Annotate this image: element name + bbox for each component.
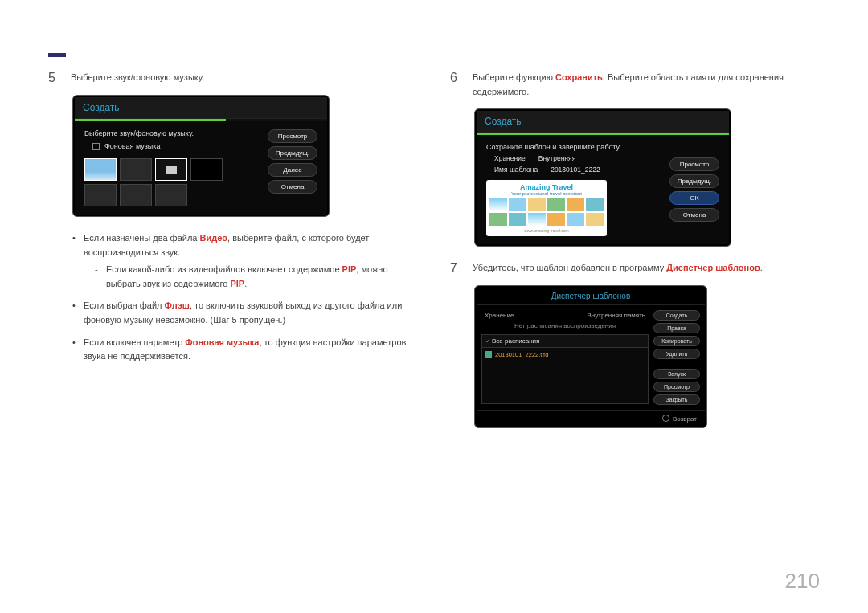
right-column: 6 Выберите функцию Сохранить. Выберите о… xyxy=(450,71,820,443)
close-button[interactable]: Закрыть xyxy=(653,394,700,405)
step-text: Выберите звук/фоновую музыку. xyxy=(71,71,204,85)
dialog-subtitle: Сохраните шаблон и завершите работу. xyxy=(486,143,653,151)
prev-button[interactable]: Предыдущ. xyxy=(669,174,719,188)
preview-button[interactable]: Просмотр xyxy=(653,382,700,392)
step-number: 6 xyxy=(450,71,463,99)
template-name-row: Имя шаблона 20130101_2222 xyxy=(494,166,645,174)
return-icon xyxy=(662,415,669,422)
field-value[interactable]: Внутренняя xyxy=(538,154,576,162)
template-preview: Amazing Travel Your professional travel … xyxy=(486,180,607,236)
bg-music-checkbox-row[interactable]: Фоновая музыка xyxy=(92,142,252,150)
dialog-title: Создать xyxy=(477,111,729,133)
note-item: Если назначены два файла Видео, выберите… xyxy=(72,231,418,291)
thumb[interactable] xyxy=(84,184,117,206)
field-label: Хранение xyxy=(494,154,526,162)
no-schedule-text: Нет расписания воспроизведения xyxy=(481,321,649,331)
thumb[interactable] xyxy=(120,184,152,206)
template-item[interactable]: 20130101_2222.tlfd xyxy=(484,349,646,360)
screenshot-step7: Диспетчер шаблонов Хранение Внутренняя п… xyxy=(474,285,707,428)
note-item: Если включен параметр Фоновая музыка, то… xyxy=(72,336,418,364)
screenshot-step5: Создать Выберите звук/фоновую музыку. Фо… xyxy=(72,95,330,217)
step-text: Убедитесь, что шаблон добавлен в програм… xyxy=(473,261,763,276)
ok-button[interactable]: OK xyxy=(669,191,719,205)
preview-url: www.amazing-travel.com xyxy=(489,228,604,233)
field-label: Имя шаблона xyxy=(494,166,538,174)
sub-note: Если какой-либо из видеофайлов включает … xyxy=(95,263,418,291)
thumb-selected[interactable] xyxy=(155,158,187,181)
step-6: 6 Выберите функцию Сохранить. Выберите о… xyxy=(450,71,820,99)
notes-list: Если назначены два файла Видео, выберите… xyxy=(72,231,418,364)
storage-row: Хранение Внутренняя память xyxy=(481,310,649,321)
preview-title: Amazing Travel xyxy=(489,183,604,191)
delete-button[interactable]: Удалить xyxy=(653,349,700,359)
step-number: 7 xyxy=(450,261,463,276)
copy-button[interactable]: Копировать xyxy=(653,336,700,346)
note-item: Если выбран файл Флэш, то включить звуко… xyxy=(72,299,418,327)
checkbox-icon[interactable] xyxy=(92,143,100,150)
step-7: 7 Убедитесь, что шаблон добавлен в прогр… xyxy=(450,261,820,276)
thumb[interactable] xyxy=(155,184,187,206)
thumbnail-grid xyxy=(84,158,252,206)
dialog-title: Создать xyxy=(75,97,327,119)
thumb[interactable] xyxy=(190,158,223,181)
create-button[interactable]: Создать xyxy=(653,310,700,321)
manager-title: Диспетчер шаблонов xyxy=(477,288,705,305)
page-number: 210 xyxy=(785,569,820,594)
step-number: 5 xyxy=(48,71,61,85)
thumb[interactable] xyxy=(84,158,117,181)
cancel-button[interactable]: Отмена xyxy=(268,180,317,194)
progress-bar xyxy=(477,133,729,135)
step-text: Выберите функцию Сохранить. Выберите обл… xyxy=(473,71,820,99)
field-value[interactable]: 20130101_2222 xyxy=(551,166,600,174)
cancel-button[interactable]: Отмена xyxy=(669,208,719,222)
edit-button[interactable]: Правка xyxy=(653,323,700,333)
prev-button[interactable]: Предыдущ. xyxy=(268,146,317,160)
left-column: 5 Выберите звук/фоновую музыку. Создать … xyxy=(48,71,418,443)
storage-row: Хранение Внутренняя xyxy=(494,154,645,162)
screenshot-step6: Создать Сохраните шаблон и завершите раб… xyxy=(474,108,731,247)
progress-bar xyxy=(75,119,327,121)
run-button[interactable]: Запуск xyxy=(653,369,700,379)
dialog-subtitle: Выберите звук/фоновую музыку. xyxy=(84,129,252,137)
step-5: 5 Выберите звук/фоновую музыку. xyxy=(48,71,418,85)
next-button[interactable]: Далее xyxy=(268,163,317,177)
all-schedules-row[interactable]: ✓Все расписания xyxy=(481,334,649,348)
preview-subtitle: Your professional travel assistant xyxy=(489,191,604,196)
thumb[interactable] xyxy=(120,158,152,181)
preview-button[interactable]: Просмотр xyxy=(268,129,317,143)
header-rule xyxy=(48,55,820,55)
page-body: 5 Выберите звук/фоновую музыку. Создать … xyxy=(0,0,868,443)
preview-button[interactable]: Просмотр xyxy=(669,157,719,171)
return-footer[interactable]: Возврат xyxy=(477,410,705,426)
checkbox-label: Фоновая музыка xyxy=(104,142,160,150)
